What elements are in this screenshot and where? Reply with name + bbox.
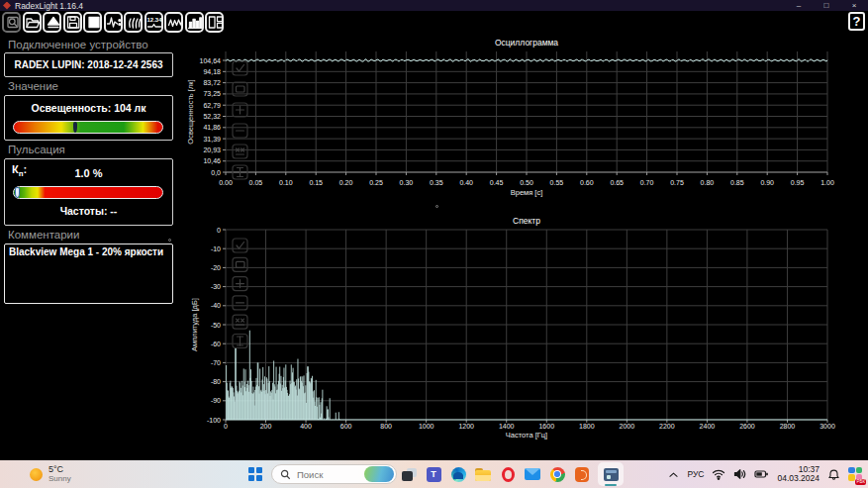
widget-badge: РБК (855, 479, 866, 485)
illuminance-scale-bar (13, 121, 163, 134)
pulse-mode-button[interactable] (104, 12, 123, 33)
osc-x-tick: 0.60 (580, 179, 594, 186)
spec-y-tick: -50 (211, 322, 221, 329)
taskbar-app-orange-app[interactable] (573, 462, 591, 486)
taskbar-app-radexlight-active[interactable] (598, 462, 624, 486)
oscillogram-view-button[interactable] (164, 12, 183, 33)
close-button[interactable]: × (840, 1, 868, 10)
osc-x-label: Время [с] (511, 188, 543, 197)
spectrum-view-button[interactable] (185, 12, 204, 33)
edge-icon (451, 467, 466, 482)
spec-y-tick: -80 (211, 378, 221, 385)
radexlight-active-icon (604, 468, 619, 481)
spec-x-tick: 400 (300, 423, 312, 430)
title-bar: RadexLight 1.16.4 – □ × (0, 0, 868, 11)
bar-chart-icon (185, 12, 205, 33)
oscillogram-title: Осциллограмма (495, 38, 558, 48)
triangle-up-icon (44, 12, 63, 33)
spec-x-tick: 2000 (620, 423, 635, 430)
battery-icon[interactable] (754, 468, 769, 480)
spec-x-tick: 200 (260, 423, 272, 430)
minimize-button[interactable]: – (785, 1, 813, 10)
weather-temp: 5°C (48, 464, 71, 474)
zoom-tool-button[interactable] (2, 12, 21, 33)
collapse-x-icon (237, 319, 244, 325)
osc-x-tick: 0.90 (760, 179, 774, 186)
weather-widget[interactable]: 5°C Sunny (30, 464, 71, 484)
spec-zoom-out-button[interactable] (233, 296, 247, 310)
spec-x-tick: 1000 (419, 423, 434, 430)
taskbar-app-edge[interactable] (449, 462, 467, 486)
tray-clock[interactable]: 10:3704.03.2024 (777, 465, 820, 484)
wave-chart-icon (165, 12, 185, 33)
value-box: Освещенность: 104 лк (4, 95, 173, 141)
illuminance-marker (73, 122, 77, 133)
file-explorer-icon (475, 468, 491, 481)
widgets-icon[interactable]: РБК (848, 467, 863, 482)
spec-expand-y-button[interactable] (233, 335, 247, 348)
mail-icon (525, 468, 540, 480)
layout-view-button[interactable] (205, 12, 224, 33)
spec-rect-zoom-button[interactable] (233, 257, 247, 271)
osc-x-tick: 0.40 (459, 179, 473, 186)
comments-input[interactable]: Blackview Mega 1 - 20% яркости (4, 244, 173, 304)
chart-splitter-dot[interactable] (435, 205, 438, 208)
taskbar: 5°C Sunny T РУС10:3704.03.2024РБК (0, 460, 868, 488)
osc-y-label: Освещенность [лк] (186, 79, 195, 144)
osc-x-tick: 1.00 (820, 179, 834, 186)
taskbar-search[interactable] (271, 464, 397, 484)
speaker-icon[interactable] (733, 468, 746, 480)
eject-device-button[interactable] (43, 12, 61, 33)
save-file-button[interactable] (63, 12, 82, 33)
spec-fit-check-button[interactable] (233, 239, 247, 252)
start-button[interactable] (248, 467, 262, 481)
spec-y-tick: -40 (211, 302, 221, 309)
spec-y-tick: -10 (211, 245, 221, 252)
help-button[interactable]: ? (848, 12, 865, 31)
opera-icon (502, 467, 515, 482)
osc-x-tick: 0.00 (219, 179, 233, 186)
osc-x-tick: 0.85 (730, 179, 744, 186)
fit-check-icon (237, 243, 244, 249)
search-input[interactable] (295, 468, 358, 481)
taskbar-app-teams[interactable]: T (425, 462, 442, 486)
rect-zoom-icon (237, 86, 245, 92)
osc-x-tick: 0.55 (550, 179, 564, 186)
spec-zoom-in-button[interactable] (233, 277, 247, 291)
frequencies-label: Частоты: -- (5, 205, 172, 217)
osc-x-tick: 0.15 (309, 179, 323, 186)
spec-x-tick: 600 (340, 423, 352, 430)
search-highlight-thumbnail[interactable] (364, 466, 394, 482)
taskbar-app-chrome[interactable] (548, 462, 566, 486)
device-section-header: Подключенное устройство (8, 39, 148, 50)
language-indicator[interactable]: РУС (687, 469, 704, 479)
open-file-button[interactable] (23, 12, 42, 33)
hand-wave-icon (125, 12, 145, 33)
restore-button[interactable]: □ (813, 1, 840, 10)
taskbar-app-mail[interactable] (524, 462, 541, 486)
comments-resize-dot[interactable] (168, 239, 171, 242)
tray-chevron-up-icon[interactable] (668, 470, 679, 479)
taskbar-app-opera[interactable] (499, 462, 517, 486)
osc-x-tick: 0.80 (701, 179, 715, 186)
osc-fit-check-button[interactable] (233, 61, 247, 75)
numeric-display-button[interactable]: 12.34 (145, 12, 163, 33)
osc-collapse-x-button[interactable] (233, 145, 247, 158)
spec-collapse-x-button[interactable] (233, 315, 247, 329)
spec-x-tick: 3000 (820, 423, 835, 430)
window-title: RadexLight 1.16.4 (15, 1, 83, 11)
taskbar-app-task-view[interactable] (400, 462, 418, 486)
osc-y-tick: 104,64 (200, 57, 222, 64)
wifi-icon[interactable] (712, 468, 725, 480)
osc-y-tick: 83,72 (203, 79, 221, 86)
osc-y-tick: 73,25 (203, 90, 221, 97)
wave-mode-button[interactable] (124, 12, 143, 33)
spec-x-tick: 2600 (739, 423, 755, 430)
osc-x-tick: 0.70 (640, 179, 654, 186)
notification-bell-icon[interactable] (827, 468, 840, 481)
taskbar-app-file-explorer[interactable] (474, 462, 492, 486)
spectrum-title: Спектр (513, 216, 540, 226)
stop-measure-button[interactable] (83, 12, 102, 33)
app-logo-icon (3, 2, 11, 10)
osc-zoom-out-button[interactable] (233, 124, 247, 138)
